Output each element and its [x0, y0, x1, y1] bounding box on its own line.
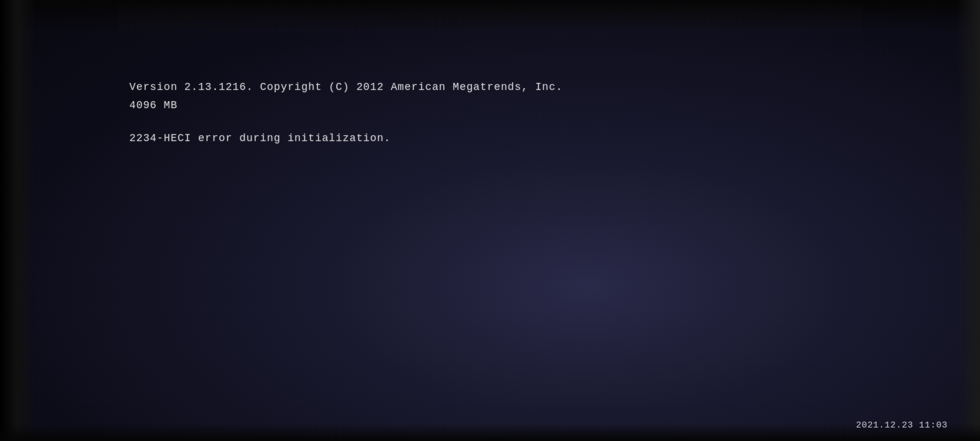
bios-error-line: 2234-HECI error during initialization.	[129, 132, 898, 144]
bottom-bezel	[0, 423, 980, 441]
timestamp: 2021.12.23 11:03	[856, 420, 948, 430]
screen-content: Version 2.13.1216. Copyright (C) 2012 Am…	[35, 32, 956, 423]
right-bezel	[956, 0, 980, 441]
bios-version-copyright-line: Version 2.13.1216. Copyright (C) 2012 Am…	[129, 79, 898, 95]
left-bezel	[0, 0, 35, 441]
bios-memory-line: 4096 MB	[129, 98, 898, 113]
bios-text-area: Version 2.13.1216. Copyright (C) 2012 Am…	[129, 79, 898, 144]
top-bezel	[0, 0, 980, 32]
